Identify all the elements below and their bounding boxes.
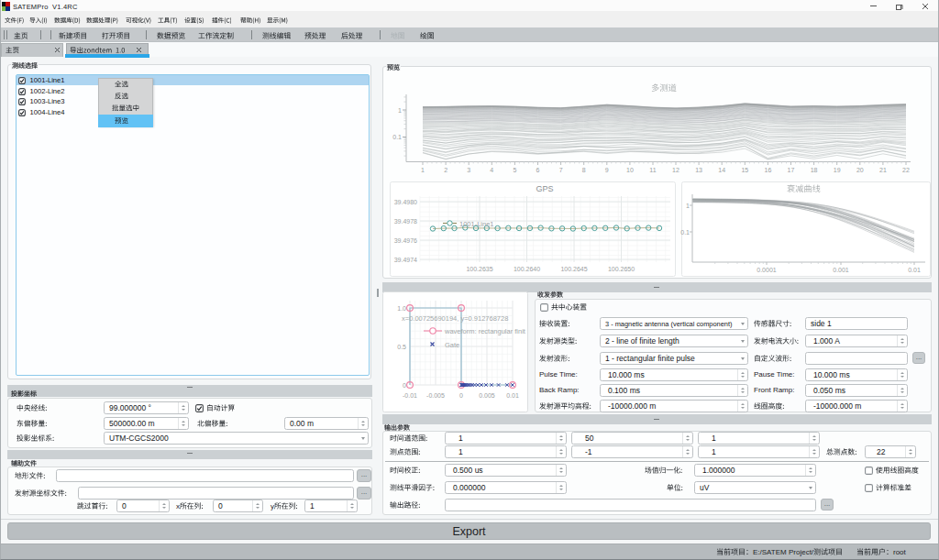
svg-text:0.005: 0.005 (479, 392, 495, 399)
svg-text:waveform: rectangular finit: waveform: rectangular finit (444, 327, 526, 335)
svg-text:7: 7 (559, 167, 563, 173)
svg-text:20: 20 (856, 167, 864, 173)
svg-text:6: 6 (536, 167, 540, 173)
svg-text:0.1: 0.1 (392, 134, 402, 140)
svg-text:1: 1 (686, 203, 690, 209)
svg-text:1001-Line1: 1001-Line1 (459, 220, 494, 228)
svg-text:1.0: 1.0 (397, 305, 406, 312)
svg-text:21: 21 (879, 167, 887, 173)
svg-text:0.01: 0.01 (908, 267, 921, 273)
svg-text:15: 15 (741, 167, 748, 173)
svg-text:14: 14 (718, 167, 725, 173)
svg-text:100.2640: 100.2640 (514, 266, 540, 272)
svg-text:10: 10 (626, 167, 634, 173)
svg-text:12: 12 (672, 167, 679, 173)
svg-text:1: 1 (421, 167, 425, 173)
svg-text:x=0.00725690194, y=0.912768728: x=0.00725690194, y=0.912768728 (402, 314, 508, 323)
svg-text:22: 22 (902, 167, 910, 173)
svg-text:0.001: 0.001 (833, 267, 849, 273)
svg-text:13: 13 (695, 167, 702, 173)
svg-text:100.2635: 100.2635 (466, 266, 492, 272)
svg-text:GPS: GPS (536, 184, 553, 193)
svg-text:-0.005: -0.005 (426, 392, 445, 399)
svg-text:0.01: 0.01 (506, 392, 519, 399)
svg-text:0: 0 (403, 382, 406, 389)
svg-text:0.0001: 0.0001 (757, 267, 777, 273)
svg-text:19: 19 (834, 167, 841, 173)
svg-text:39.4974: 39.4974 (394, 257, 417, 263)
svg-text:100.2650: 100.2650 (608, 266, 635, 272)
svg-text:17: 17 (788, 167, 795, 173)
svg-text:0.1: 0.1 (680, 229, 690, 236)
svg-text:1: 1 (398, 107, 402, 114)
svg-text:0.5: 0.5 (397, 344, 406, 350)
svg-text:Gate: Gate (445, 341, 459, 349)
svg-text:100.2645: 100.2645 (560, 266, 587, 272)
svg-text:8: 8 (582, 167, 586, 173)
svg-text:9: 9 (605, 167, 609, 173)
svg-text:16: 16 (765, 167, 772, 173)
svg-text:5: 5 (513, 167, 516, 173)
svg-text:0: 0 (459, 392, 463, 399)
svg-text:-0.01: -0.01 (403, 392, 417, 399)
svg-text:39.4978: 39.4978 (394, 218, 417, 225)
svg-text:3: 3 (467, 167, 470, 173)
svg-text:2: 2 (444, 167, 447, 173)
svg-text:39.4980: 39.4980 (394, 199, 417, 205)
svg-text:18: 18 (811, 167, 818, 173)
svg-text:11: 11 (649, 167, 656, 173)
svg-text:4: 4 (490, 167, 493, 173)
svg-text:39.4976: 39.4976 (394, 237, 417, 244)
